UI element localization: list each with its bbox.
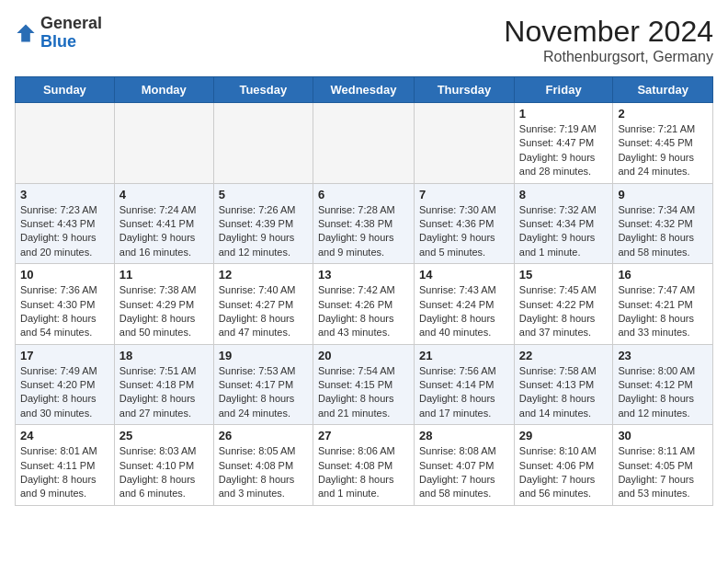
calendar: SundayMondayTuesdayWednesdayThursdayFrid… <box>15 76 713 506</box>
day-info: Sunrise: 7:54 AM Sunset: 4:15 PM Dayligh… <box>318 364 409 421</box>
day-info: Sunrise: 7:32 AM Sunset: 4:34 PM Dayligh… <box>519 203 609 260</box>
day-info: Sunrise: 8:10 AM Sunset: 4:06 PM Dayligh… <box>519 444 609 501</box>
title-area: November 2024 Rothenburgsort, Germany <box>504 15 713 65</box>
day-info: Sunrise: 7:21 AM Sunset: 4:45 PM Dayligh… <box>618 122 708 179</box>
calendar-week-0: 1Sunrise: 7:19 AM Sunset: 4:47 PM Daylig… <box>16 103 713 184</box>
day-number: 17 <box>20 349 109 362</box>
calendar-cell: 11Sunrise: 7:38 AM Sunset: 4:29 PM Dayli… <box>114 264 213 345</box>
day-number: 4 <box>119 188 209 201</box>
day-info: Sunrise: 7:47 AM Sunset: 4:21 PM Dayligh… <box>618 283 708 340</box>
day-number: 18 <box>119 349 209 362</box>
day-number: 22 <box>519 349 609 362</box>
calendar-cell: 22Sunrise: 7:58 AM Sunset: 4:13 PM Dayli… <box>514 344 613 425</box>
day-info: Sunrise: 7:49 AM Sunset: 4:20 PM Dayligh… <box>20 364 109 421</box>
logo-blue: Blue <box>40 33 102 52</box>
calendar-cell: 13Sunrise: 7:42 AM Sunset: 4:26 PM Dayli… <box>313 264 414 345</box>
calendar-header-friday: Friday <box>514 77 613 103</box>
calendar-cell: 18Sunrise: 7:51 AM Sunset: 4:18 PM Dayli… <box>114 344 213 425</box>
day-info: Sunrise: 7:53 AM Sunset: 4:17 PM Dayligh… <box>219 364 308 421</box>
calendar-cell: 24Sunrise: 8:01 AM Sunset: 4:11 PM Dayli… <box>16 425 115 506</box>
day-info: Sunrise: 8:08 AM Sunset: 4:07 PM Dayligh… <box>419 444 509 501</box>
day-number: 29 <box>519 429 609 442</box>
logo-general: General <box>40 15 102 33</box>
day-number: 3 <box>20 188 109 201</box>
day-number: 19 <box>219 349 308 362</box>
svg-marker-0 <box>17 24 34 41</box>
calendar-cell: 14Sunrise: 7:43 AM Sunset: 4:24 PM Dayli… <box>415 264 515 345</box>
calendar-cell: 17Sunrise: 7:49 AM Sunset: 4:20 PM Dayli… <box>16 344 115 425</box>
calendar-body: 1Sunrise: 7:19 AM Sunset: 4:47 PM Daylig… <box>16 103 713 506</box>
month-title: November 2024 <box>504 15 713 49</box>
day-info: Sunrise: 8:03 AM Sunset: 4:10 PM Dayligh… <box>119 444 209 501</box>
day-number: 24 <box>20 429 109 442</box>
calendar-cell: 12Sunrise: 7:40 AM Sunset: 4:27 PM Dayli… <box>213 264 313 345</box>
day-info: Sunrise: 7:34 AM Sunset: 4:32 PM Dayligh… <box>618 203 708 260</box>
day-number: 5 <box>219 188 308 201</box>
day-number: 12 <box>219 268 308 282</box>
calendar-cell: 25Sunrise: 8:03 AM Sunset: 4:10 PM Dayli… <box>114 425 213 506</box>
day-number: 7 <box>419 188 509 201</box>
day-number: 26 <box>219 429 308 442</box>
calendar-header-tuesday: Tuesday <box>213 77 313 103</box>
day-info: Sunrise: 7:19 AM Sunset: 4:47 PM Dayligh… <box>519 122 609 179</box>
day-info: Sunrise: 7:40 AM Sunset: 4:27 PM Dayligh… <box>219 283 308 340</box>
location-title: Rothenburgsort, Germany <box>504 49 713 65</box>
calendar-week-4: 24Sunrise: 8:01 AM Sunset: 4:11 PM Dayli… <box>16 425 713 506</box>
day-number: 11 <box>119 268 209 282</box>
calendar-cell: 20Sunrise: 7:54 AM Sunset: 4:15 PM Dayli… <box>313 344 414 425</box>
calendar-header-sunday: Sunday <box>16 77 115 103</box>
day-info: Sunrise: 8:00 AM Sunset: 4:12 PM Dayligh… <box>618 364 708 421</box>
calendar-week-3: 17Sunrise: 7:49 AM Sunset: 4:20 PM Dayli… <box>16 344 713 425</box>
day-info: Sunrise: 7:45 AM Sunset: 4:22 PM Dayligh… <box>519 283 609 340</box>
calendar-cell: 29Sunrise: 8:10 AM Sunset: 4:06 PM Dayli… <box>514 425 613 506</box>
day-number: 2 <box>618 107 708 121</box>
calendar-cell: 28Sunrise: 8:08 AM Sunset: 4:07 PM Dayli… <box>415 425 515 506</box>
calendar-cell: 30Sunrise: 8:11 AM Sunset: 4:05 PM Dayli… <box>613 425 713 506</box>
day-number: 1 <box>519 107 609 121</box>
day-info: Sunrise: 7:51 AM Sunset: 4:18 PM Dayligh… <box>119 364 209 421</box>
calendar-cell: 1Sunrise: 7:19 AM Sunset: 4:47 PM Daylig… <box>514 103 613 184</box>
calendar-cell: 7Sunrise: 7:30 AM Sunset: 4:36 PM Daylig… <box>415 183 515 264</box>
day-info: Sunrise: 7:28 AM Sunset: 4:38 PM Dayligh… <box>318 203 409 260</box>
day-info: Sunrise: 7:58 AM Sunset: 4:13 PM Dayligh… <box>519 364 609 421</box>
calendar-header-saturday: Saturday <box>613 77 713 103</box>
calendar-cell: 23Sunrise: 8:00 AM Sunset: 4:12 PM Dayli… <box>613 344 713 425</box>
calendar-header-thursday: Thursday <box>415 77 515 103</box>
calendar-cell <box>415 103 515 184</box>
day-info: Sunrise: 7:23 AM Sunset: 4:43 PM Dayligh… <box>20 203 109 260</box>
calendar-cell: 2Sunrise: 7:21 AM Sunset: 4:45 PM Daylig… <box>613 103 713 184</box>
calendar-cell: 16Sunrise: 7:47 AM Sunset: 4:21 PM Dayli… <box>613 264 713 345</box>
calendar-cell: 4Sunrise: 7:24 AM Sunset: 4:41 PM Daylig… <box>114 183 213 264</box>
logo-text: General Blue <box>40 15 102 52</box>
calendar-cell: 15Sunrise: 7:45 AM Sunset: 4:22 PM Dayli… <box>514 264 613 345</box>
day-number: 13 <box>318 268 409 282</box>
calendar-week-1: 3Sunrise: 7:23 AM Sunset: 4:43 PM Daylig… <box>16 183 713 264</box>
day-info: Sunrise: 7:36 AM Sunset: 4:30 PM Dayligh… <box>20 283 109 340</box>
calendar-cell: 10Sunrise: 7:36 AM Sunset: 4:30 PM Dayli… <box>16 264 115 345</box>
calendar-cell <box>16 103 115 184</box>
day-number: 27 <box>318 429 409 442</box>
logo: General Blue <box>15 15 102 52</box>
day-number: 23 <box>618 349 708 362</box>
calendar-cell: 5Sunrise: 7:26 AM Sunset: 4:39 PM Daylig… <box>213 183 313 264</box>
day-info: Sunrise: 8:11 AM Sunset: 4:05 PM Dayligh… <box>618 444 708 501</box>
header: General Blue November 2024 Rothenburgsor… <box>15 15 713 65</box>
day-info: Sunrise: 7:56 AM Sunset: 4:14 PM Dayligh… <box>419 364 509 421</box>
day-info: Sunrise: 8:06 AM Sunset: 4:08 PM Dayligh… <box>318 444 409 501</box>
day-number: 25 <box>119 429 209 442</box>
day-number: 9 <box>618 188 708 201</box>
day-number: 30 <box>618 429 708 442</box>
calendar-cell <box>213 103 313 184</box>
day-number: 8 <box>519 188 609 201</box>
day-info: Sunrise: 7:30 AM Sunset: 4:36 PM Dayligh… <box>419 203 509 260</box>
logo-icon <box>15 22 37 44</box>
calendar-header-row: SundayMondayTuesdayWednesdayThursdayFrid… <box>16 77 713 103</box>
calendar-cell: 9Sunrise: 7:34 AM Sunset: 4:32 PM Daylig… <box>613 183 713 264</box>
calendar-header-monday: Monday <box>114 77 213 103</box>
day-info: Sunrise: 7:43 AM Sunset: 4:24 PM Dayligh… <box>419 283 509 340</box>
calendar-cell: 21Sunrise: 7:56 AM Sunset: 4:14 PM Dayli… <box>415 344 515 425</box>
day-number: 21 <box>419 349 509 362</box>
day-info: Sunrise: 7:26 AM Sunset: 4:39 PM Dayligh… <box>219 203 308 260</box>
day-info: Sunrise: 8:05 AM Sunset: 4:08 PM Dayligh… <box>219 444 308 501</box>
day-info: Sunrise: 7:24 AM Sunset: 4:41 PM Dayligh… <box>119 203 209 260</box>
